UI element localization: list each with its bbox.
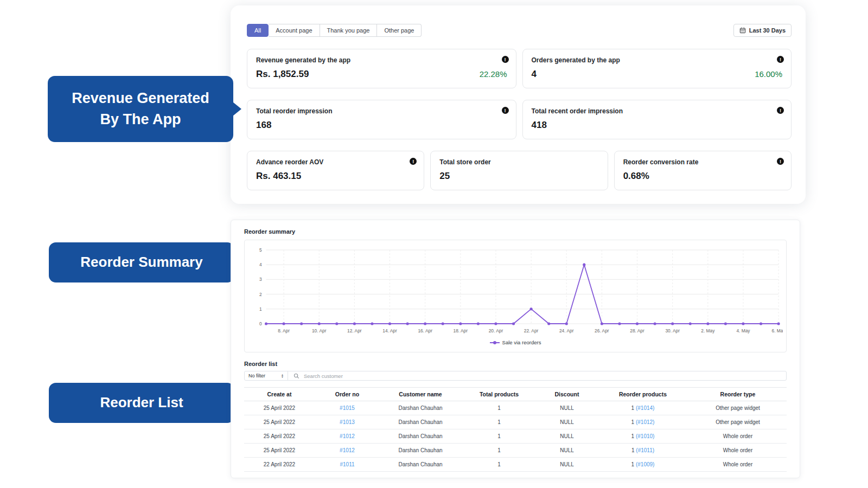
tab-other-page[interactable]: Other page xyxy=(377,24,422,37)
metric-card-recent-order-impression: Total recent order impression ! 418 xyxy=(522,100,792,139)
cell-reorder-type: Whole order xyxy=(689,429,787,444)
reorder-panel: Reorder summary 0123458. Apr10. Apr12. A… xyxy=(231,220,800,478)
svg-text:30. Apr: 30. Apr xyxy=(665,328,680,333)
cell-customer: Darshan Chauhan xyxy=(380,444,461,458)
metric-title: Reorder conversion rate xyxy=(623,158,782,166)
metric-cards-grid: Revenue generated by the app ! Rs. 1,852… xyxy=(247,49,792,190)
cell-reorder-count: 1 xyxy=(631,433,636,439)
cell-reorder-count: 1 xyxy=(631,461,636,467)
cell-customer: Darshan Chauhan xyxy=(380,458,461,472)
cell-total-products: 1 xyxy=(461,415,537,429)
cell-reorder-type: Other page widget xyxy=(689,401,787,415)
info-icon[interactable]: ! xyxy=(502,107,509,114)
info-icon[interactable]: ! xyxy=(410,158,417,165)
reorder-product-link[interactable]: (#1012) xyxy=(636,419,654,425)
order-link[interactable]: #1015 xyxy=(340,405,355,411)
svg-text:12. Apr: 12. Apr xyxy=(347,328,362,333)
cell-total-products: 1 xyxy=(461,401,537,415)
svg-text:3: 3 xyxy=(259,277,262,282)
svg-text:10. Apr: 10. Apr xyxy=(312,328,327,333)
svg-text:24. Apr: 24. Apr xyxy=(559,328,574,333)
legend-label: Sale via reorders xyxy=(502,339,541,345)
cell-customer: Darshan Chauhan xyxy=(380,401,461,415)
tab-all[interactable]: All xyxy=(247,24,269,37)
cell-total-products: 1 xyxy=(461,429,537,444)
metrics-panel: All Account page Thank you page Other pa… xyxy=(231,5,806,204)
metric-card-reorder-conversion-rate: Reorder conversion rate ! 0.68% xyxy=(614,151,792,190)
reorder-product-link[interactable]: (#1010) xyxy=(636,433,654,439)
reorder-list-table: Create at Order no Customer name Total p… xyxy=(244,387,787,472)
order-link[interactable]: #1012 xyxy=(340,433,355,439)
cell-create-at: 25 April 2022 xyxy=(244,429,315,444)
metric-delta: 16.00% xyxy=(755,69,782,79)
info-icon[interactable]: ! xyxy=(502,56,509,63)
svg-text:2: 2 xyxy=(259,292,262,297)
cell-total-products: 1 xyxy=(461,458,537,472)
metric-title: Total recent order impression xyxy=(532,107,783,115)
callout-label: Revenue Generated By The App xyxy=(61,88,220,130)
table-row: 25 April 2022 #1013 Darshan Chauhan 1 NU… xyxy=(244,415,787,429)
metric-title: Advance reorder AOV xyxy=(256,158,415,166)
info-icon[interactable]: ! xyxy=(777,158,784,165)
cell-reorder-count: 1 xyxy=(631,405,636,411)
metric-value: 25 xyxy=(439,171,450,182)
table-row: 25 April 2022 #1015 Darshan Chauhan 1 NU… xyxy=(244,401,787,415)
order-link[interactable]: #1011 xyxy=(340,461,354,467)
callout-revenue-generated: Revenue Generated By The App xyxy=(48,76,233,142)
cell-create-at: 25 April 2022 xyxy=(244,415,315,429)
callout-label: Reorder List xyxy=(100,393,183,413)
chart-legend-item[interactable]: Sale via reorders xyxy=(248,337,783,348)
order-link[interactable]: #1013 xyxy=(340,419,355,425)
svg-text:18. Apr: 18. Apr xyxy=(454,328,468,333)
reorder-product-link[interactable]: (#1014) xyxy=(636,405,654,411)
date-range-label: Last 30 Days xyxy=(749,27,786,34)
reorder-product-link[interactable]: (#1009) xyxy=(636,461,654,467)
cell-reorder-count: 1 xyxy=(631,419,636,425)
tab-account-page[interactable]: Account page xyxy=(269,24,320,37)
svg-text:8. Apr: 8. Apr xyxy=(278,328,290,333)
date-range-button[interactable]: Last 30 Days xyxy=(733,24,792,37)
filter-select-value: No filter xyxy=(248,373,265,378)
metric-title: Total store order xyxy=(439,158,598,166)
table-header-row: Create at Order no Customer name Total p… xyxy=(244,388,787,401)
search-customer-input[interactable] xyxy=(304,373,781,379)
metric-value: 0.68% xyxy=(623,171,649,182)
order-link[interactable]: #1012 xyxy=(340,447,355,453)
filter-select[interactable]: No filter ▲▼ xyxy=(245,371,288,380)
page-filter-tabs: All Account page Thank you page Other pa… xyxy=(247,24,422,37)
cell-total-products: 1 xyxy=(461,444,537,458)
table-row: 25 April 2022 #1012 Darshan Chauhan 1 NU… xyxy=(244,444,787,458)
metric-title: Orders generated by the app xyxy=(532,56,783,64)
cell-create-at: 25 April 2022 xyxy=(244,401,315,415)
line-chart: 0123458. Apr10. Apr12. Apr14. Apr16. Apr… xyxy=(248,246,783,337)
col-customer-name: Customer name xyxy=(380,388,461,401)
calendar-icon xyxy=(739,27,746,34)
metric-card-orders: Orders generated by the app ! 4 16.00% xyxy=(522,49,792,88)
info-icon[interactable]: ! xyxy=(777,107,784,114)
tab-thank-you-page[interactable]: Thank you page xyxy=(320,24,378,37)
cell-discount: NULL xyxy=(537,415,597,429)
svg-text:22. Apr: 22. Apr xyxy=(524,328,539,333)
table-row: 25 April 2022 #1012 Darshan Chauhan 1 NU… xyxy=(244,429,787,444)
callout-reorder-list: Reorder List xyxy=(49,383,234,423)
svg-text:28. Apr: 28. Apr xyxy=(630,328,644,333)
reorder-product-link[interactable]: (#1011) xyxy=(636,447,654,453)
cell-discount: NULL xyxy=(537,429,597,444)
cell-create-at: 25 April 2022 xyxy=(244,444,315,458)
svg-text:6. May: 6. May xyxy=(772,328,783,333)
col-discount: Discount xyxy=(537,388,597,401)
col-create-at: Create at xyxy=(244,388,315,401)
cell-customer: Darshan Chauhan xyxy=(380,415,461,429)
metric-card-advance-reorder-aov: Advance reorder AOV ! Rs. 463.15 xyxy=(247,151,424,190)
col-reorder-products: Reorder products xyxy=(597,388,689,401)
cell-create-at: 22 April 2022 xyxy=(244,458,315,472)
cell-reorder-type: Whole order xyxy=(689,458,787,472)
metric-title: Total reorder impression xyxy=(256,107,507,115)
cell-reorder-type: Whole order xyxy=(689,444,787,458)
metric-value: 4 xyxy=(532,69,537,80)
reorder-summary-chart: 0123458. Apr10. Apr12. Apr14. Apr16. Apr… xyxy=(244,240,787,352)
customer-search xyxy=(288,371,786,380)
info-icon[interactable]: ! xyxy=(777,56,784,63)
metric-card-total-store-order: Total store order 25 xyxy=(430,151,608,190)
cell-discount: NULL xyxy=(537,444,597,458)
